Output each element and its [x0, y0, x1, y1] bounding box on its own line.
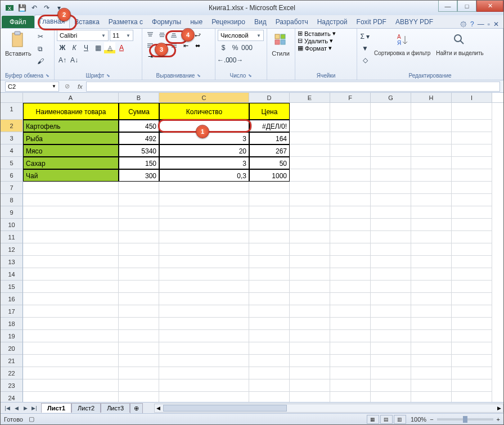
- tab-foxit[interactable]: Foxit PDF: [352, 16, 391, 28]
- horizontal-scrollbar[interactable]: ◀ ▶: [154, 404, 503, 413]
- cell[interactable]: [330, 305, 371, 318]
- cell[interactable]: [330, 355, 371, 367]
- cell[interactable]: #ДЕЛ/0!: [249, 120, 290, 132]
- align-bottom-icon[interactable]: [168, 30, 179, 40]
- cell[interactable]: [411, 367, 452, 379]
- launcher-icon[interactable]: ⬊: [248, 73, 252, 78]
- cell[interactable]: [159, 305, 249, 318]
- zoom-out-icon[interactable]: −: [430, 416, 433, 423]
- cell[interactable]: [411, 120, 452, 132]
- help-icon[interactable]: ?: [470, 20, 474, 28]
- cell[interactable]: [411, 243, 452, 256]
- cell[interactable]: Наименование товара: [23, 103, 119, 120]
- cell[interactable]: Количество: [159, 103, 249, 120]
- col-header-C[interactable]: C: [159, 93, 249, 102]
- cell[interactable]: [330, 268, 371, 281]
- tab-insert[interactable]: Вставка: [70, 16, 104, 28]
- zoom-level[interactable]: 100%: [411, 416, 426, 423]
- cell[interactable]: [330, 157, 371, 169]
- cell[interactable]: [371, 103, 411, 120]
- cell[interactable]: [371, 231, 411, 243]
- col-header-G[interactable]: G: [371, 93, 411, 102]
- clear-icon[interactable]: ◇: [359, 55, 371, 66]
- cell[interactable]: [452, 231, 492, 243]
- cell[interactable]: [290, 206, 330, 219]
- row-header[interactable]: 19: [1, 330, 23, 342]
- bold-icon[interactable]: Ж: [57, 42, 68, 53]
- cell[interactable]: [411, 219, 452, 231]
- cell[interactable]: [411, 379, 452, 392]
- cell[interactable]: [411, 103, 452, 120]
- cell[interactable]: [371, 342, 411, 355]
- cell[interactable]: [249, 330, 290, 342]
- row-header[interactable]: 23: [1, 379, 23, 392]
- close-button[interactable]: ✕: [476, 1, 503, 12]
- tab-abbyy[interactable]: ABBYY PDF: [391, 16, 438, 28]
- cell[interactable]: [249, 194, 290, 206]
- tab-data[interactable]: ные: [186, 16, 207, 28]
- cell[interactable]: [23, 379, 119, 392]
- cell[interactable]: [119, 392, 159, 402]
- cell[interactable]: [452, 355, 492, 367]
- cell[interactable]: Рыба: [23, 132, 119, 144]
- row-header[interactable]: 17: [1, 305, 23, 318]
- cell[interactable]: [371, 219, 411, 231]
- grid-body[interactable]: 1Наименование товараСуммаКоличествоЦена2…: [1, 103, 503, 402]
- cell[interactable]: [371, 318, 411, 330]
- cell[interactable]: [290, 342, 330, 355]
- number-format-combo[interactable]: Числовой▼: [218, 30, 264, 41]
- cell[interactable]: [119, 318, 159, 330]
- cell[interactable]: [371, 120, 411, 132]
- cell[interactable]: [249, 379, 290, 392]
- cell[interactable]: [411, 305, 452, 318]
- cell[interactable]: [452, 293, 492, 305]
- cell[interactable]: [371, 268, 411, 281]
- cell[interactable]: [159, 281, 249, 293]
- align-middle-icon[interactable]: [156, 30, 168, 40]
- tab-layout[interactable]: Разметка с: [104, 16, 147, 28]
- cell[interactable]: [119, 219, 159, 231]
- cell[interactable]: [371, 144, 411, 157]
- cell[interactable]: [330, 169, 371, 182]
- cell[interactable]: [119, 355, 159, 367]
- formula-input[interactable]: [86, 82, 500, 92]
- cell[interactable]: [330, 182, 371, 194]
- cell[interactable]: [330, 256, 371, 268]
- decrease-indent-icon[interactable]: ⇤: [180, 40, 191, 51]
- currency-icon[interactable]: $: [218, 42, 229, 53]
- cell[interactable]: [159, 194, 249, 206]
- cell[interactable]: [452, 219, 492, 231]
- row-header[interactable]: 16: [1, 293, 23, 305]
- orientation-icon[interactable]: ⟲: [180, 30, 191, 40]
- cell[interactable]: [330, 243, 371, 256]
- border-icon[interactable]: ▦: [92, 42, 104, 53]
- cell[interactable]: [249, 219, 290, 231]
- col-header-H[interactable]: H: [411, 93, 452, 102]
- copy-icon[interactable]: ⧉: [35, 43, 46, 55]
- cell[interactable]: [119, 182, 159, 194]
- cell[interactable]: [159, 355, 249, 367]
- cell[interactable]: [411, 342, 452, 355]
- cell[interactable]: [330, 392, 371, 402]
- cell[interactable]: [411, 169, 452, 182]
- cell[interactable]: [452, 268, 492, 281]
- cell[interactable]: [452, 342, 492, 355]
- grow-font-icon[interactable]: A↑: [57, 55, 68, 66]
- cell[interactable]: [411, 392, 452, 402]
- cell[interactable]: [23, 305, 119, 318]
- font-color-icon[interactable]: A: [116, 42, 127, 53]
- cell[interactable]: [452, 318, 492, 330]
- row-header[interactable]: 21: [1, 355, 23, 367]
- cell[interactable]: [119, 206, 159, 219]
- autosum-icon[interactable]: Σ ▾: [359, 31, 371, 42]
- cell[interactable]: [249, 281, 290, 293]
- save-icon[interactable]: 💾: [16, 2, 28, 13]
- cell[interactable]: [371, 206, 411, 219]
- cell[interactable]: [23, 392, 119, 402]
- next-sheet-icon[interactable]: ▶: [21, 404, 30, 413]
- cell[interactable]: [290, 305, 330, 318]
- minimize-button[interactable]: —: [438, 1, 457, 12]
- align-right-icon[interactable]: [168, 40, 179, 51]
- cell[interactable]: [411, 132, 452, 144]
- cell[interactable]: [290, 281, 330, 293]
